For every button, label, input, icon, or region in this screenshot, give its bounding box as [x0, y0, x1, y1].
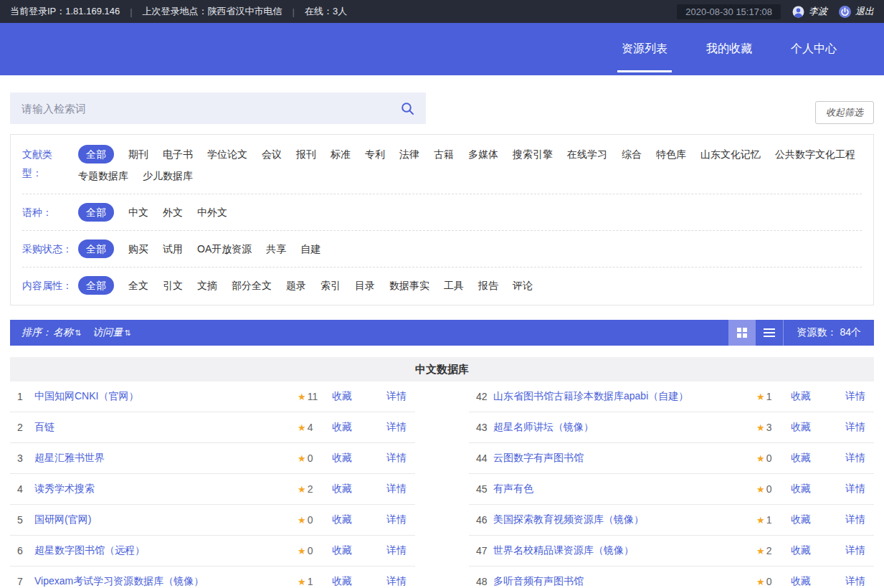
- resource-name-link[interactable]: 世界名校精品课资源库（镜像）: [493, 544, 748, 557]
- resource-name-link[interactable]: Vipexam考试学习资源数据库（镜像）: [34, 575, 289, 588]
- collect-link[interactable]: 收藏: [332, 513, 352, 526]
- list-view-button[interactable]: [756, 320, 783, 346]
- filter-option[interactable]: 专利: [365, 145, 385, 163]
- filter-option[interactable]: 目录: [355, 276, 375, 295]
- nav-item-active[interactable]: 资源列表: [620, 37, 669, 61]
- filter-option[interactable]: 外文: [163, 203, 183, 222]
- filter-option[interactable]: 工具: [444, 276, 464, 295]
- filter-option[interactable]: 引文: [163, 276, 183, 295]
- detail-link[interactable]: 详情: [845, 452, 865, 465]
- resource-name-link[interactable]: 百链: [34, 421, 289, 434]
- filter-option[interactable]: 法律: [399, 145, 419, 163]
- collect-link[interactable]: 收藏: [791, 421, 811, 434]
- detail-link[interactable]: 详情: [845, 483, 865, 495]
- filter-option[interactable]: 数据事实: [389, 276, 429, 295]
- logout-button[interactable]: 退出: [839, 5, 874, 18]
- resource-name-link[interactable]: 超星汇雅书世界: [34, 452, 289, 465]
- resource-name-link[interactable]: 超星名师讲坛（镜像）: [493, 421, 748, 434]
- filter-option[interactable]: 自建: [300, 240, 320, 258]
- collect-link[interactable]: 收藏: [332, 421, 352, 434]
- filter-option[interactable]: 古籍: [434, 145, 454, 163]
- search-box[interactable]: [10, 93, 426, 124]
- filter-option[interactable]: 全部: [78, 240, 114, 258]
- filter-option[interactable]: 公共数字文化工程: [775, 145, 855, 163]
- collect-link[interactable]: 收藏: [332, 544, 352, 557]
- filter-option[interactable]: 共享: [266, 240, 286, 258]
- filter-option[interactable]: 多媒体: [468, 145, 498, 163]
- detail-link[interactable]: 详情: [845, 575, 865, 588]
- filter-option[interactable]: 山东文化记忆: [700, 145, 761, 163]
- detail-link[interactable]: 详情: [845, 544, 865, 557]
- resource-name-link[interactable]: 中国知网CNKI（官网）: [34, 390, 289, 403]
- filter-option[interactable]: 文摘: [197, 276, 217, 295]
- detail-link[interactable]: 详情: [386, 513, 407, 526]
- collect-link[interactable]: 收藏: [791, 452, 811, 465]
- filter-option[interactable]: 题录: [286, 276, 306, 295]
- filter-option[interactable]: OA开放资源: [197, 240, 252, 258]
- detail-link[interactable]: 详情: [845, 513, 865, 526]
- collect-link[interactable]: 收藏: [332, 575, 352, 588]
- resource-name-link[interactable]: 美国探索教育视频资源库（镜像）: [493, 513, 748, 526]
- collect-link[interactable]: 收藏: [332, 483, 352, 495]
- filter-option[interactable]: 中文: [128, 203, 148, 222]
- filter-option[interactable]: 全部: [78, 276, 114, 295]
- filter-option[interactable]: 试用: [163, 240, 183, 258]
- filter-option[interactable]: 期刊: [128, 145, 148, 163]
- filter-option[interactable]: 购买: [128, 240, 148, 258]
- resource-name-link[interactable]: 国研网(官网): [34, 513, 289, 526]
- detail-link[interactable]: 详情: [845, 421, 865, 434]
- collect-link[interactable]: 收藏: [791, 390, 811, 403]
- detail-link[interactable]: 详情: [386, 390, 407, 403]
- detail-link[interactable]: 详情: [386, 544, 407, 557]
- collapse-filter-button[interactable]: 收起筛选: [815, 101, 874, 124]
- filter-option[interactable]: 特色库: [656, 145, 686, 163]
- detail-link[interactable]: 详情: [845, 390, 865, 403]
- collect-link[interactable]: 收藏: [332, 390, 352, 403]
- resource-name-link[interactable]: 超星数字图书馆（远程）: [34, 544, 289, 557]
- filter-label: 采购状态：: [22, 240, 78, 258]
- sort-option[interactable]: 访问量⇅: [92, 326, 130, 339]
- star-rating: ★0: [298, 545, 329, 556]
- filter-option[interactable]: 全部: [78, 145, 114, 163]
- collect-link[interactable]: 收藏: [791, 513, 811, 526]
- sort-option[interactable]: 名称⇅: [53, 326, 81, 339]
- collect-link[interactable]: 收藏: [791, 575, 811, 588]
- resource-name-link[interactable]: 山东省图书馆古籍珍本数据库apabi（自建）: [493, 390, 748, 403]
- filter-option[interactable]: 搜索引擎: [513, 145, 553, 163]
- filter-option[interactable]: 中外文: [197, 203, 227, 222]
- nav-item-link[interactable]: 个人中心: [789, 37, 838, 61]
- search-input[interactable]: [22, 103, 401, 115]
- detail-link[interactable]: 详情: [386, 421, 407, 434]
- filter-option[interactable]: 报刊: [296, 145, 316, 163]
- filter-option[interactable]: 部分全文: [232, 276, 272, 295]
- collect-link[interactable]: 收藏: [791, 483, 811, 495]
- filter-option[interactable]: 标准: [331, 145, 351, 163]
- resource-name-link[interactable]: 云图数字有声图书馆: [493, 452, 748, 465]
- filter-option[interactable]: 评论: [513, 276, 533, 295]
- grid-view-button[interactable]: [728, 320, 756, 346]
- filter-option[interactable]: 全部: [78, 203, 114, 222]
- filter-option[interactable]: 学位论文: [207, 145, 247, 163]
- filter-option[interactable]: 报告: [478, 276, 498, 295]
- collect-link[interactable]: 收藏: [332, 452, 352, 465]
- collect-link[interactable]: 收藏: [791, 544, 811, 557]
- resource-name-link[interactable]: 有声有色: [493, 483, 748, 495]
- user-menu[interactable]: 李波: [792, 5, 827, 18]
- filter-option[interactable]: 会议: [262, 145, 282, 163]
- resource-name-link[interactable]: 读秀学术搜索: [34, 483, 289, 495]
- detail-link[interactable]: 详情: [386, 483, 407, 495]
- filter-option[interactable]: 少儿数据库: [143, 166, 193, 185]
- detail-link[interactable]: 详情: [386, 452, 407, 465]
- filter-option[interactable]: 电子书: [163, 145, 193, 163]
- nav-item-link[interactable]: 我的收藏: [705, 37, 754, 61]
- filter-option[interactable]: 在线学习: [567, 145, 607, 163]
- star-icon: ★: [298, 484, 306, 495]
- search-icon[interactable]: [401, 102, 414, 115]
- filter-option[interactable]: 专题数据库: [78, 166, 128, 185]
- filter-option[interactable]: 综合: [622, 145, 642, 163]
- filter-option[interactable]: 全文: [128, 276, 148, 295]
- resource-number: 48: [476, 576, 488, 587]
- detail-link[interactable]: 详情: [386, 575, 407, 588]
- filter-option[interactable]: 索引: [320, 276, 341, 295]
- resource-name-link[interactable]: 多听音频有声图书馆: [493, 575, 748, 588]
